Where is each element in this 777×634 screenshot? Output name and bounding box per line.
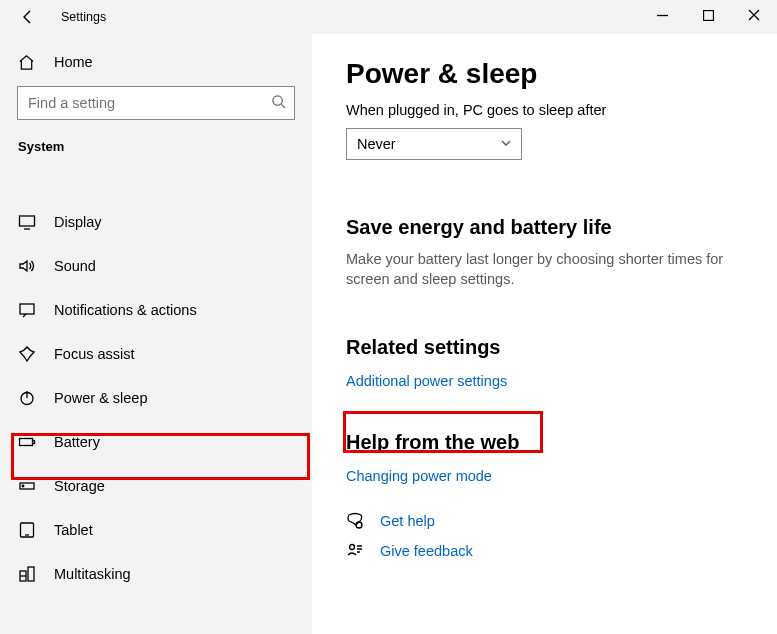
window-title: Settings xyxy=(61,10,106,24)
svg-point-8 xyxy=(22,485,24,487)
sidebar-home-label: Home xyxy=(54,54,93,70)
sidebar-item-power-sleep[interactable]: Power & sleep xyxy=(0,376,312,420)
home-icon xyxy=(18,54,38,71)
sidebar-item-label: Power & sleep xyxy=(54,390,148,406)
sidebar-item-label: Battery xyxy=(54,434,100,450)
search-input[interactable] xyxy=(28,95,271,111)
changing-power-mode-link[interactable]: Changing power mode xyxy=(346,468,492,484)
sidebar-item-tablet[interactable]: Tablet xyxy=(0,508,312,552)
plugged-in-label: When plugged in, PC goes to sleep after xyxy=(346,102,747,118)
energy-heading: Save energy and battery life xyxy=(346,216,747,239)
sidebar-item-storage[interactable]: Storage xyxy=(0,464,312,508)
feedback-icon xyxy=(346,542,368,560)
sidebar-item-label: Notifications & actions xyxy=(54,302,197,318)
svg-rect-3 xyxy=(20,304,34,314)
svg-rect-2 xyxy=(20,216,35,226)
svg-rect-5 xyxy=(20,439,33,446)
close-button[interactable] xyxy=(731,0,777,30)
sidebar-item-label: Multitasking xyxy=(54,566,131,582)
nav-list: Display Sound Notifications & actions Fo… xyxy=(0,166,312,596)
get-help-icon xyxy=(346,512,368,530)
back-button[interactable] xyxy=(17,6,39,28)
battery-icon xyxy=(18,433,38,451)
sidebar-item-multitasking[interactable]: Multitasking xyxy=(0,552,312,596)
sleep-dropdown-value: Never xyxy=(357,136,396,152)
main-content: Power & sleep When plugged in, PC goes t… xyxy=(312,34,777,634)
sidebar-item-battery[interactable]: Battery xyxy=(0,420,312,464)
related-heading: Related settings xyxy=(346,336,747,359)
search-box[interactable] xyxy=(17,86,295,120)
window-controls xyxy=(639,0,777,30)
energy-description: Make your battery last longer by choosin… xyxy=(346,249,726,290)
sidebar-item-sound[interactable]: Sound xyxy=(0,244,312,288)
svg-rect-0 xyxy=(703,10,713,20)
sidebar-home[interactable]: Home xyxy=(0,42,312,82)
power-icon xyxy=(18,389,38,407)
category-header: System xyxy=(0,120,312,166)
page-title: Power & sleep xyxy=(346,58,747,90)
sound-icon xyxy=(18,257,38,275)
svg-point-1 xyxy=(273,96,282,105)
sidebar: Home System Display Sound xyxy=(0,34,312,634)
svg-point-13 xyxy=(350,544,355,549)
minimize-button[interactable] xyxy=(639,0,685,30)
notifications-icon xyxy=(18,301,38,319)
sleep-dropdown[interactable]: Never xyxy=(346,128,522,160)
display-icon xyxy=(18,213,38,231)
multitasking-icon xyxy=(18,565,38,583)
sidebar-item-focus-assist[interactable]: Focus assist xyxy=(0,332,312,376)
search-icon xyxy=(271,94,286,112)
get-help-link[interactable]: Get help xyxy=(380,513,435,529)
svg-rect-11 xyxy=(28,567,34,581)
give-feedback-link[interactable]: Give feedback xyxy=(380,543,473,559)
storage-icon xyxy=(18,477,38,495)
sidebar-item-notifications[interactable]: Notifications & actions xyxy=(0,288,312,332)
sidebar-item-label: Display xyxy=(54,214,102,230)
sidebar-item-label: Storage xyxy=(54,478,105,494)
chevron-down-icon xyxy=(500,136,512,152)
sidebar-item-display[interactable]: Display xyxy=(0,200,312,244)
tablet-icon xyxy=(18,521,38,539)
maximize-button[interactable] xyxy=(685,0,731,30)
svg-rect-6 xyxy=(33,441,35,444)
help-heading: Help from the web xyxy=(346,431,747,454)
sidebar-item-label: Tablet xyxy=(54,522,93,538)
sidebar-item-label: Focus assist xyxy=(54,346,135,362)
sidebar-item-label: Sound xyxy=(54,258,96,274)
focus-assist-icon xyxy=(18,345,38,363)
additional-power-settings-link[interactable]: Additional power settings xyxy=(346,373,507,389)
